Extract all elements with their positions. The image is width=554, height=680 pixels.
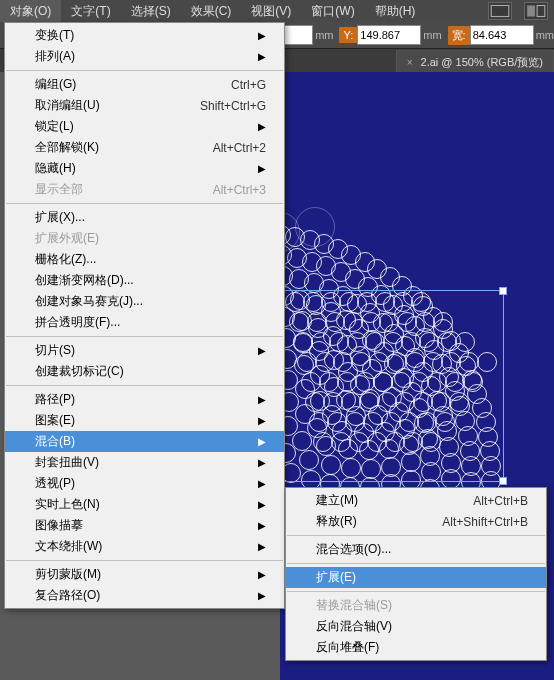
separator: [287, 535, 545, 536]
submenu-arrow-icon: ▶: [258, 345, 266, 356]
handle-se[interactable]: [499, 477, 507, 485]
w-label: 宽:: [448, 26, 470, 45]
object-menu-item-13[interactable]: 创建渐变网格(D)...: [5, 270, 284, 291]
menu-item-label: 混合(B): [35, 433, 238, 450]
menu-item-label: 图像描摹: [35, 517, 238, 534]
menu-item-label: 切片(S): [35, 342, 238, 359]
blend-menu-item-8[interactable]: 反向混合轴(V): [286, 616, 546, 637]
menu-item-label: 反向堆叠(F): [316, 639, 528, 656]
blend-menu-item-3[interactable]: 混合选项(O)...: [286, 539, 546, 560]
menu-item-label: 显示全部: [35, 181, 183, 198]
menu-item-label: 创建渐变网格(D)...: [35, 272, 266, 289]
object-menu-item-0[interactable]: 变换(T)▶: [5, 25, 284, 46]
tab-label: 2.ai @ 150% (RGB/预览): [421, 56, 543, 68]
selection-box: [280, 290, 504, 482]
object-menu-item-3[interactable]: 编组(G)Ctrl+G: [5, 74, 284, 95]
blend-menu-item-9[interactable]: 反向堆叠(F): [286, 637, 546, 658]
object-menu-item-11: 扩展外观(E): [5, 228, 284, 249]
y-input[interactable]: [357, 25, 421, 45]
shortcut: Alt+Ctrl+3: [213, 183, 266, 197]
separator: [6, 560, 283, 561]
object-menu-item-25[interactable]: 实时上色(N)▶: [5, 494, 284, 515]
menu-select[interactable]: 选择(S): [121, 0, 181, 22]
object-menu-item-21[interactable]: 图案(E)▶: [5, 410, 284, 431]
x-unit: mm: [315, 29, 333, 41]
toolbar-icon-1[interactable]: [488, 2, 512, 20]
submenu-arrow-icon: ▶: [258, 394, 266, 405]
menu-item-label: 建立(M): [316, 492, 443, 509]
separator: [6, 203, 283, 204]
submenu-arrow-icon: ▶: [258, 457, 266, 468]
object-menu-item-17[interactable]: 切片(S)▶: [5, 340, 284, 361]
submenu-arrow-icon: ▶: [258, 499, 266, 510]
toolbar-icon-2[interactable]: [524, 2, 548, 20]
menu-item-label: 创建裁切标记(C): [35, 363, 266, 380]
separator: [6, 385, 283, 386]
object-menu-item-5[interactable]: 锁定(L)▶: [5, 116, 284, 137]
menu-item-label: 排列(A): [35, 48, 238, 65]
object-menu-item-7[interactable]: 隐藏(H)▶: [5, 158, 284, 179]
y-unit: mm: [423, 29, 441, 41]
separator: [287, 563, 545, 564]
menu-item-label: 替换混合轴(S): [316, 597, 528, 614]
svg-rect-1: [527, 6, 535, 17]
object-menu-item-23[interactable]: 封套扭曲(V)▶: [5, 452, 284, 473]
svg-rect-0: [491, 6, 509, 17]
menu-type[interactable]: 文字(T): [61, 0, 120, 22]
blend-menu-item-5[interactable]: 扩展(E): [286, 567, 546, 588]
menu-item-label: 释放(R): [316, 513, 412, 530]
shortcut: Alt+Shift+Ctrl+B: [442, 515, 528, 529]
y-field: Y: mm: [339, 25, 441, 45]
menu-item-label: 扩展(E): [316, 569, 528, 586]
handle-ne[interactable]: [499, 287, 507, 295]
submenu-arrow-icon: ▶: [258, 569, 266, 580]
submenu-arrow-icon: ▶: [258, 121, 266, 132]
shortcut: Alt+Ctrl+B: [473, 494, 528, 508]
menu-item-label: 取消编组(U): [35, 97, 170, 114]
submenu-arrow-icon: ▶: [258, 478, 266, 489]
w-input[interactable]: [470, 25, 534, 45]
menu-item-label: 剪切蒙版(M): [35, 566, 238, 583]
object-menu-item-18[interactable]: 创建裁切标记(C): [5, 361, 284, 382]
object-menu-item-10[interactable]: 扩展(X)...: [5, 207, 284, 228]
blend-menu-item-1[interactable]: 释放(R)Alt+Shift+Ctrl+B: [286, 511, 546, 532]
menu-item-label: 封套扭曲(V): [35, 454, 238, 471]
blend-menu-item-0[interactable]: 建立(M)Alt+Ctrl+B: [286, 490, 546, 511]
menu-effect[interactable]: 效果(C): [181, 0, 242, 22]
menu-item-label: 扩展外观(E): [35, 230, 266, 247]
object-menu-item-20[interactable]: 路径(P)▶: [5, 389, 284, 410]
submenu-arrow-icon: ▶: [258, 51, 266, 62]
object-menu-item-24[interactable]: 透视(P)▶: [5, 473, 284, 494]
menu-item-label: 实时上色(N): [35, 496, 238, 513]
object-menu-item-29[interactable]: 剪切蒙版(M)▶: [5, 564, 284, 585]
object-menu-item-27[interactable]: 文本绕排(W)▶: [5, 536, 284, 557]
menu-window[interactable]: 窗口(W): [301, 0, 364, 22]
object-menu-item-1[interactable]: 排列(A)▶: [5, 46, 284, 67]
close-icon[interactable]: ×: [407, 57, 413, 68]
menu-item-label: 混合选项(O)...: [316, 541, 528, 558]
w-field: 宽: mm: [448, 25, 554, 45]
submenu-arrow-icon: ▶: [258, 163, 266, 174]
object-menu-item-22[interactable]: 混合(B)▶: [5, 431, 284, 452]
menu-help[interactable]: 帮助(H): [365, 0, 426, 22]
submenu-arrow-icon: ▶: [258, 520, 266, 531]
menu-object[interactable]: 对象(O): [0, 0, 61, 22]
object-menu-item-15[interactable]: 拼合透明度(F)...: [5, 312, 284, 333]
object-menu-item-26[interactable]: 图像描摹▶: [5, 515, 284, 536]
menu-item-label: 全部解锁(K): [35, 139, 183, 156]
object-menu-item-12[interactable]: 栅格化(Z)...: [5, 249, 284, 270]
menu-view[interactable]: 视图(V): [241, 0, 301, 22]
shortcut: Ctrl+G: [231, 78, 266, 92]
menu-item-label: 变换(T): [35, 27, 238, 44]
object-menu-item-14[interactable]: 创建对象马赛克(J)...: [5, 291, 284, 312]
shortcut: Alt+Ctrl+2: [213, 141, 266, 155]
menu-item-label: 栅格化(Z)...: [35, 251, 266, 268]
submenu-arrow-icon: ▶: [258, 590, 266, 601]
menu-item-label: 创建对象马赛克(J)...: [35, 293, 266, 310]
document-tab[interactable]: × 2.ai @ 150% (RGB/预览): [396, 50, 554, 73]
object-menu-item-30[interactable]: 复合路径(O)▶: [5, 585, 284, 606]
menubar: 对象(O) 文字(T) 选择(S) 效果(C) 视图(V) 窗口(W) 帮助(H…: [0, 0, 554, 22]
object-menu-item-4[interactable]: 取消编组(U)Shift+Ctrl+G: [5, 95, 284, 116]
blend-menu-item-7: 替换混合轴(S): [286, 595, 546, 616]
object-menu-item-6[interactable]: 全部解锁(K)Alt+Ctrl+2: [5, 137, 284, 158]
